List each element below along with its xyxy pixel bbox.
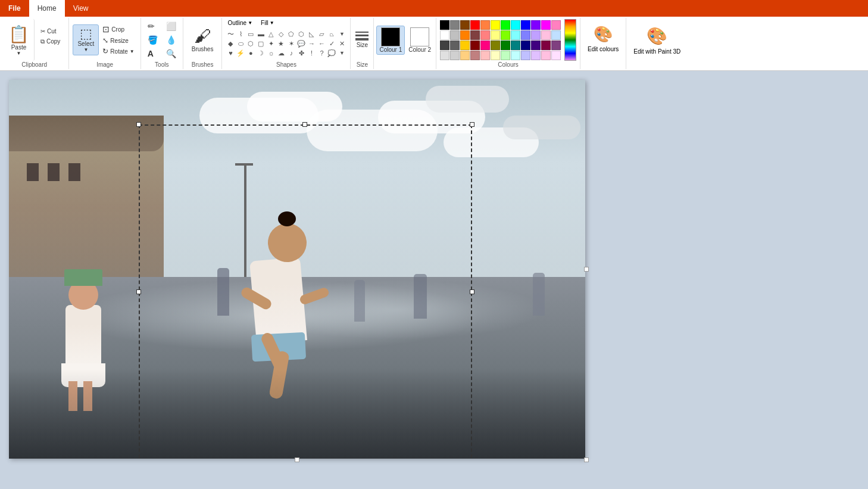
colour-rosewood[interactable] [470,51,480,60]
brushes-button[interactable]: 🖌 Brushes [187,26,218,55]
colour-midgray[interactable] [450,41,460,50]
shape-cloud[interactable]: ☁ [276,48,286,58]
shape-diamond2[interactable]: ◆ [226,39,235,48]
shape-oct[interactable]: ⬡ [246,39,255,48]
resize-button[interactable]: ⤡ Resize [100,35,136,46]
shape-hex[interactable]: ⬡ [296,29,306,39]
shape-pentagon[interactable]: ⬠ [286,29,296,39]
colour-verylightgray[interactable] [440,51,449,60]
colour-teal[interactable] [511,41,520,50]
canvas-area[interactable] [0,71,868,488]
shape-sun[interactable]: ☼ [266,48,276,58]
colour-peach[interactable] [460,51,470,60]
colour-lilac[interactable] [551,51,561,60]
text-button[interactable]: A [145,47,161,60]
shape-diamond[interactable]: ◇ [276,29,286,39]
colour-olive[interactable] [491,41,500,50]
colour-blue[interactable] [521,20,530,30]
canvas-handle-corner[interactable] [584,457,589,462]
shape-tri[interactable]: △ [266,29,276,39]
edit-colours-button[interactable]: 🎨 Edit colours [580,18,626,69]
colour-lightpink[interactable] [541,30,551,40]
colour-pink[interactable] [551,20,561,30]
colour-indigo[interactable] [531,41,541,50]
shape-star4[interactable]: ✦ [266,39,276,48]
colour-purple[interactable] [531,20,541,30]
colour-green[interactable] [501,20,510,30]
shape-trap[interactable]: ⏢ [327,29,336,39]
tab-view[interactable]: View [65,0,97,17]
shape-star6[interactable]: ✶ [286,39,296,48]
zoom-button[interactable]: 🔍 [163,47,179,60]
edit-paint3d-button[interactable]: 🎨 Edit with Paint 3D [626,18,688,69]
shape-lightning[interactable]: ⚡ [236,48,245,58]
shape-rect2[interactable]: ▬ [256,29,266,39]
colour-mauve[interactable] [551,41,561,50]
handle-tr[interactable] [470,122,474,127]
colour-pinkwhite[interactable] [480,51,490,60]
handle-mr[interactable] [470,289,474,294]
shape-para[interactable]: ▱ [317,29,326,39]
colour-hotpink[interactable] [480,41,490,50]
colour-darkpink[interactable] [470,30,480,40]
rotate-button[interactable]: ↻ Rotate ▼ [100,46,136,57]
canvas-handle-bottom[interactable] [295,457,299,462]
shape-expand[interactable]: ▼ [337,29,346,39]
colour-lightgreen[interactable] [501,30,510,40]
colour-lightlavender[interactable] [531,51,541,60]
handle-tm[interactable] [302,122,307,127]
shape-circle[interactable]: ● [246,48,255,58]
tab-home[interactable]: Home [29,0,65,17]
colour-lightcyan2[interactable] [511,51,520,60]
cut-button[interactable]: ✂ Cut [38,27,63,36]
rotate-dropdown[interactable]: ▼ [130,49,135,54]
paste-dropdown-arrow[interactable]: ▼ [17,51,21,56]
colour-periwinkle[interactable] [521,51,530,60]
colour-plum[interactable] [541,41,551,50]
copy-button[interactable]: ⧉ Copy [38,37,63,46]
canvas-image[interactable] [9,80,585,459]
shape-crescent[interactable]: ☽ [256,48,266,58]
shape-star5[interactable]: ★ [276,39,286,48]
crop-button[interactable]: ⊡ Crop [100,23,136,35]
shape-q[interactable]: ? [317,48,326,58]
rainbow-swatch[interactable] [564,19,576,61]
shape-note[interactable]: ♪ [286,48,296,58]
colour1-swatch[interactable]: Colour 1 [376,26,405,55]
shape-rect[interactable]: ▭ [246,29,255,39]
colour-orange[interactable] [480,20,490,30]
colour-black[interactable] [440,20,449,30]
colour-lightred[interactable] [480,30,490,40]
handle-ml[interactable] [136,289,141,294]
colour-paleblue[interactable] [551,30,561,40]
shape-heart[interactable]: ♥ [226,48,235,58]
size-button[interactable]: Size [354,30,370,49]
shape-4star[interactable]: ✤ [296,48,306,58]
shape-chat[interactable]: 💭 [327,48,336,58]
shape-arrow-left[interactable]: ← [317,39,326,48]
colour-white[interactable] [440,30,449,40]
colour-magenta[interactable] [541,20,551,30]
shape-right-tri[interactable]: ◺ [307,29,316,39]
colour-darkgray2[interactable] [440,41,449,50]
shape-more[interactable]: ▼ [337,48,346,58]
shape-bang[interactable]: ! [307,48,316,58]
colour-yellow[interactable] [491,20,500,30]
colour-darkgray[interactable] [450,20,460,30]
fill-bucket-button[interactable]: 🪣 [145,33,161,46]
fill-dropdown[interactable]: Fill ▼ [259,19,276,27]
colour-blush[interactable] [541,51,551,60]
colour-cream[interactable] [491,51,500,60]
shape-x[interactable]: ✕ [337,39,346,48]
colour-lightorange[interactable] [460,30,470,40]
colour-lightyellow[interactable] [491,30,500,40]
tab-file[interactable]: File [0,0,29,17]
colour2-swatch[interactable]: Colour 2 [406,26,433,54]
shape-callout[interactable]: 💬 [296,39,306,48]
colour-lightblue[interactable] [521,30,530,40]
shape-arrow-right[interactable]: → [307,39,316,48]
eraser-button[interactable]: ⬜ [163,20,179,33]
shape-check[interactable]: ✓ [327,39,336,48]
shape-oval[interactable]: ⬭ [236,39,245,48]
colour-mintgreen[interactable] [501,51,510,60]
